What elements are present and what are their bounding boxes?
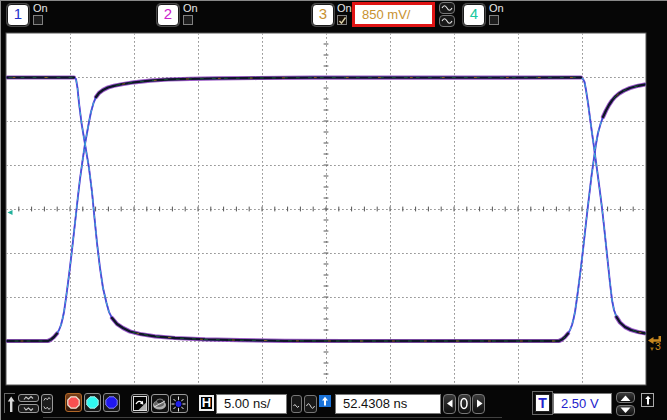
svg-text:3: 3: [655, 340, 661, 352]
